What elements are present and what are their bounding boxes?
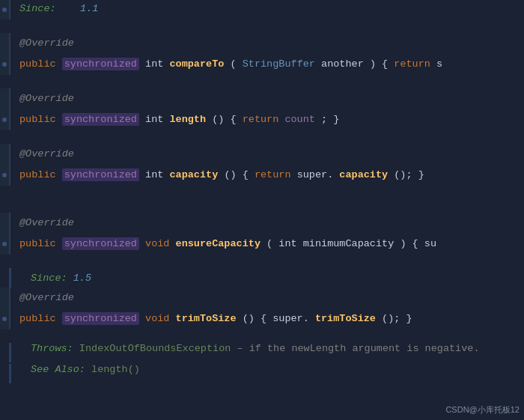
kw-synchronized-1: synchronized	[62, 58, 139, 70]
see-block: See Also: length()	[9, 364, 524, 383]
field-count: count	[284, 114, 315, 125]
kw-void-1: void	[145, 238, 169, 249]
since-label-top: Since:	[19, 3, 56, 14]
kw-int-2: int	[145, 114, 163, 125]
kw-synchronized-5: synchronized	[62, 312, 139, 325]
throws-desc: – if the newLength argument is negative.	[231, 343, 479, 354]
kw-int-1: int	[145, 58, 163, 70]
blank-line-5	[0, 199, 524, 213]
kw-return-3: return	[255, 169, 291, 180]
method-capacity-super: capacity	[339, 169, 388, 180]
method-trimtosize: trimToSize	[176, 313, 237, 324]
kw-public-5: public	[19, 313, 56, 324]
partial-line: Since: 1.1	[0, 0, 524, 19]
line-trimtosize: public synchronized void trimToSize () {…	[0, 308, 524, 329]
since-value-top: 1.1	[80, 3, 98, 14]
line-ensurecapacity: public synchronized void ensureCapacity …	[0, 234, 524, 255]
throws-label: Throws:	[31, 343, 73, 354]
param-another: another	[321, 58, 364, 70]
method-length: length	[169, 114, 206, 125]
annotation-override3: @Override	[19, 148, 74, 159]
blank-line-7	[0, 329, 524, 343]
kw-synchronized-4: synchronized	[62, 237, 139, 250]
kw-return-2: return	[243, 114, 279, 125]
line-override2: @Override	[0, 88, 524, 109]
throws-block: Throws: IndexOutOfBoundsException – if t…	[9, 343, 524, 362]
kw-public-1: public	[19, 58, 56, 70]
kw-void-2: void	[145, 313, 169, 324]
blank-line-2	[0, 75, 524, 88]
kw-return-1: return	[394, 58, 430, 70]
line-override4: @Override	[0, 213, 524, 234]
see-link: length()	[91, 364, 140, 375]
method-capacity: capacity	[169, 169, 218, 180]
annotation-override4: @Override	[19, 217, 74, 228]
since-block: Since: 1.5	[9, 268, 524, 287]
since-value: 1.5	[73, 273, 91, 284]
line-capacity: public synchronized int capacity () { re…	[0, 165, 524, 186]
throws-exception: IndexOutOfBoundsException	[79, 343, 231, 354]
kw-public-2: public	[19, 114, 56, 125]
kw-synchronized-2: synchronized	[62, 113, 139, 126]
kw-int-4: int	[278, 238, 296, 249]
annotation-override2: @Override	[19, 93, 74, 104]
line-length: public synchronized int length () { retu…	[0, 109, 524, 130]
kw-public-4: public	[19, 238, 56, 249]
see-label: See Also:	[31, 364, 85, 375]
method-compareto: compareTo	[169, 58, 224, 70]
line-content: Since: 1.1	[0, 0, 104, 19]
watermark: CSDN@小库托板12	[445, 404, 520, 416]
line-override5: @Override	[0, 287, 524, 308]
method-ensurecapacity: ensureCapacity	[176, 238, 261, 249]
line-override1: @Override	[0, 33, 524, 54]
annotation-override5: @Override	[19, 292, 74, 303]
blank-line-6	[0, 255, 524, 268]
type-stringbuffer: StringBuffer	[243, 58, 315, 70]
method-trimtosize-super: trimToSize	[315, 313, 376, 324]
blank-line-4	[0, 186, 524, 199]
code-container: Since: 1.1 @Override public synchronized…	[0, 0, 524, 420]
param-minimumcapacity: minimumCapacity	[303, 238, 394, 249]
kw-public-3: public	[19, 169, 56, 180]
since-label: Since:	[31, 273, 67, 284]
line-compareto: public synchronized int compareTo ( Stri…	[0, 54, 524, 75]
blank-line-3	[0, 130, 524, 144]
kw-synchronized-3: synchronized	[62, 168, 139, 181]
kw-int-3: int	[145, 169, 163, 180]
blank-line	[0, 19, 524, 33]
annotation-override1: @Override	[19, 37, 74, 49]
line-override3: @Override	[0, 144, 524, 165]
